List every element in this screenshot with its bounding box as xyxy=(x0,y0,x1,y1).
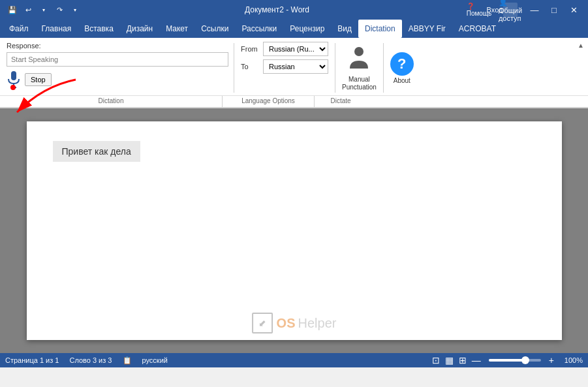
about-label: About xyxy=(394,77,410,84)
redo-button[interactable]: ↷ xyxy=(52,3,67,17)
divider-2 xyxy=(335,43,335,93)
from-language-select[interactable]: Russian (Ru... English Auto xyxy=(263,42,328,56)
manual-punctuation-label: ManualPunctuation xyxy=(342,76,377,91)
language[interactable]: русский xyxy=(142,356,168,364)
watermark-helper: Helper xyxy=(298,316,336,331)
recording-indicator xyxy=(10,85,16,90)
watermark-os: OS xyxy=(277,316,296,331)
dictation-group: Response: xyxy=(3,40,232,95)
proofing-icon[interactable]: 📋 xyxy=(123,356,132,365)
status-right: ⊡ ▦ ⊞ — + 100% xyxy=(432,355,583,365)
mic-container xyxy=(7,70,21,89)
watermark-box: ⬋ xyxy=(252,313,273,333)
quick-access-toolbar: 💾 ↩ ▾ ↷ ▾ xyxy=(5,3,82,17)
undo-dropdown[interactable]: ▾ xyxy=(37,3,51,17)
ribbon-section-labels: Dictation Language Options Dictate xyxy=(0,95,588,107)
divider-3 xyxy=(383,43,384,93)
view-icon-2[interactable]: ▦ xyxy=(445,355,454,365)
view-icon-1[interactable]: ⊡ xyxy=(432,355,440,365)
lang-options: From Russian (Ru... English Auto To Russ… xyxy=(241,42,328,95)
share-button[interactable]: 👤 Общий доступ xyxy=(503,3,518,17)
svg-point-4 xyxy=(354,47,364,56)
mic-stop-row: Stop xyxy=(7,70,228,89)
ribbon-content: Response: xyxy=(0,38,588,95)
menu-view[interactable]: Вид xyxy=(331,20,358,38)
response-label: Response: xyxy=(7,42,228,50)
zoom-thumb[interactable] xyxy=(521,356,529,364)
ribbon: Response: xyxy=(0,38,588,108)
title-text: Документ2 - Word xyxy=(245,5,309,14)
ribbon-collapse-button[interactable]: ▲ xyxy=(575,39,587,51)
undo-button[interactable]: ↩ xyxy=(21,3,35,17)
language-section-label: Language Options xyxy=(223,96,314,107)
menu-mailings[interactable]: Рассылки xyxy=(235,20,283,38)
menu-design[interactable]: Дизайн xyxy=(120,20,159,38)
document-page[interactable]: Привет как дела ⬋ OS Helper xyxy=(27,121,562,340)
menu-bar: Файл Главная Вставка Дизайн Макет Ссылки… xyxy=(0,20,588,38)
save-button[interactable]: 💾 xyxy=(5,3,20,17)
language-group: From Russian (Ru... English Auto To Russ… xyxy=(236,40,333,95)
close-button[interactable]: ✕ xyxy=(565,3,583,17)
menu-insert[interactable]: Вставка xyxy=(78,20,120,38)
to-language-select[interactable]: Russian English Auto xyxy=(263,59,328,74)
manual-punctuation-icon xyxy=(347,45,371,74)
watermark: ⬋ OS Helper xyxy=(252,313,337,333)
menu-layout[interactable]: Макет xyxy=(159,20,194,38)
window-controls: ❓ Помощь Вход 👤 Общий доступ — □ ✕ xyxy=(472,3,583,17)
menu-home[interactable]: Главная xyxy=(35,20,78,38)
maximize-button[interactable]: □ xyxy=(545,3,563,17)
stop-button[interactable]: Stop xyxy=(25,73,52,86)
word-count: Слово 3 из 3 xyxy=(69,356,112,364)
zoom-fill xyxy=(489,359,525,362)
menu-review[interactable]: Рецензир xyxy=(283,20,331,38)
menu-acrobat[interactable]: ACROBAT xyxy=(452,20,503,38)
menu-references[interactable]: Ссылки xyxy=(194,20,235,38)
window-title: Документ2 - Word xyxy=(82,5,472,14)
to-row: To Russian English Auto xyxy=(241,59,328,74)
status-bar: Страница 1 из 1 Слово 3 из 3 📋 русский ⊡… xyxy=(0,353,588,367)
from-label: From xyxy=(241,45,259,53)
menu-dictation[interactable]: Dictation xyxy=(358,20,402,38)
page-info: Страница 1 из 1 xyxy=(5,356,59,364)
divider-1 xyxy=(234,43,234,93)
menu-abbyy[interactable]: ABBYY Fir xyxy=(402,20,452,38)
view-icon-3[interactable]: ⊞ xyxy=(459,355,467,365)
document-text: Привет как дела xyxy=(53,141,140,162)
customize-button[interactable]: ▾ xyxy=(68,3,82,17)
dictation-controls: Response: xyxy=(7,42,228,95)
zoom-slider[interactable] xyxy=(489,359,541,362)
document-container: Привет как дела ⬋ OS Helper xyxy=(0,108,588,353)
dictation-section-label: Dictation xyxy=(0,96,222,107)
zoom-plus[interactable]: + xyxy=(549,355,554,365)
help-button[interactable]: ❓ Помощь xyxy=(472,3,486,17)
manual-punctuation-button[interactable]: ManualPunctuation xyxy=(337,40,382,95)
zoom-minus[interactable]: — xyxy=(472,355,481,365)
menu-file[interactable]: Файл xyxy=(3,20,35,38)
dictate-section-label: Dictate xyxy=(315,96,367,107)
zoom-level[interactable]: 100% xyxy=(559,356,583,364)
svg-rect-0 xyxy=(11,71,16,80)
minimize-button[interactable]: — xyxy=(525,3,544,17)
about-icon: ? xyxy=(390,52,414,76)
from-row: From Russian (Ru... English Auto xyxy=(241,42,328,56)
response-input[interactable] xyxy=(7,52,228,67)
watermark-text: OS Helper xyxy=(277,316,337,331)
about-button[interactable]: ? About xyxy=(385,40,419,95)
to-label: To xyxy=(241,63,259,70)
title-bar: 💾 ↩ ▾ ↷ ▾ Документ2 - Word ❓ Помощь Вход… xyxy=(0,0,588,20)
